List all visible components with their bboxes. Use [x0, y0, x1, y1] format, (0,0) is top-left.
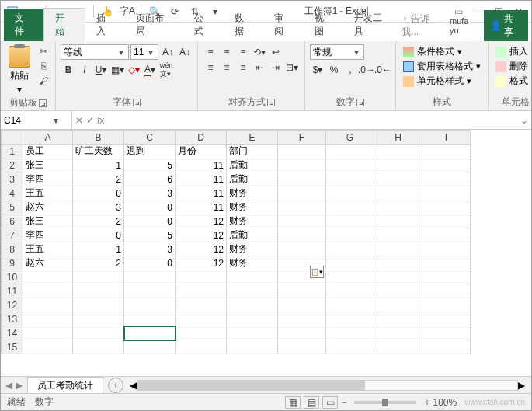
col-header-I[interactable]: I: [422, 131, 471, 145]
cell[interactable]: [23, 270, 73, 284]
paste-options-icon[interactable]: 📋▾: [310, 266, 324, 278]
cell[interactable]: [422, 172, 471, 186]
cell[interactable]: [176, 270, 227, 284]
conditional-formatting-button[interactable]: 条件格式▾: [401, 44, 483, 59]
cell[interactable]: [374, 340, 422, 354]
row-header[interactable]: 11: [2, 284, 23, 298]
cell[interactable]: [422, 200, 471, 214]
cell[interactable]: [326, 214, 374, 228]
formula-input[interactable]: [112, 115, 513, 126]
orientation-icon[interactable]: ⟲▾: [252, 44, 267, 60]
share-button[interactable]: 👤共享: [484, 10, 528, 41]
cut-icon[interactable]: ✂: [37, 44, 50, 58]
copy-icon[interactable]: ⎘: [37, 59, 50, 73]
cell[interactable]: [326, 270, 374, 284]
format-as-table-button[interactable]: 套用表格格式▾: [401, 59, 483, 74]
cell[interactable]: [374, 158, 422, 172]
tab-insert[interactable]: 插入: [85, 9, 125, 41]
fill-color-button[interactable]: ◇▾: [126, 62, 141, 78]
cell[interactable]: [374, 186, 422, 200]
decrease-indent-icon[interactable]: ⇤: [252, 60, 267, 75]
zoom-out-icon[interactable]: −: [341, 397, 346, 408]
cell[interactable]: [422, 145, 471, 158]
cell[interactable]: [374, 256, 422, 270]
tab-formulas[interactable]: 公式: [183, 9, 223, 41]
cell[interactable]: [23, 326, 73, 340]
cell[interactable]: [176, 326, 227, 340]
cell[interactable]: 后勤: [227, 172, 278, 186]
cell[interactable]: 2: [73, 172, 124, 186]
col-header-B[interactable]: B: [73, 131, 124, 145]
sheet-tab-active[interactable]: 员工考勤统计: [27, 377, 103, 394]
cell[interactable]: 1: [73, 242, 124, 256]
tab-file[interactable]: 文件: [4, 9, 43, 41]
cell[interactable]: [374, 298, 422, 312]
align-bottom-icon[interactable]: ≡: [235, 44, 251, 60]
col-header-A[interactable]: A: [23, 131, 73, 145]
row-header[interactable]: 6: [2, 214, 23, 228]
tab-developer[interactable]: 开发工具: [343, 9, 402, 41]
decrease-font-icon[interactable]: A↓: [177, 44, 193, 60]
number-launcher[interactable]: [356, 99, 364, 106]
cell[interactable]: 0: [124, 214, 176, 228]
cell[interactable]: 王五: [23, 242, 73, 256]
row-header[interactable]: 4: [2, 186, 23, 200]
cell[interactable]: [278, 145, 326, 158]
cell[interactable]: 财务: [227, 186, 278, 200]
cancel-formula-icon[interactable]: ✕: [75, 115, 83, 126]
cell[interactable]: [374, 312, 422, 326]
cell[interactable]: 5: [124, 228, 176, 242]
italic-button[interactable]: I: [77, 62, 92, 78]
cell[interactable]: 月份: [176, 145, 227, 158]
cell[interactable]: [326, 228, 374, 242]
cell[interactable]: [73, 340, 124, 354]
cell[interactable]: [73, 270, 124, 284]
active-cell[interactable]: [124, 326, 176, 340]
expand-formula-bar-icon[interactable]: ⌄: [517, 111, 531, 129]
align-center-icon[interactable]: ≡: [219, 60, 235, 75]
tab-data[interactable]: 数据: [224, 9, 263, 41]
cell[interactable]: [73, 284, 124, 298]
increase-decimal-icon[interactable]: .0→: [359, 62, 374, 78]
cell-styles-button[interactable]: 单元格样式▾: [401, 74, 483, 89]
align-top-icon[interactable]: ≡: [203, 44, 218, 60]
cell[interactable]: 李四: [23, 172, 73, 186]
tab-review[interactable]: 审阅: [263, 9, 303, 41]
cell[interactable]: [73, 326, 124, 340]
comma-format-icon[interactable]: ,: [342, 62, 358, 78]
cell[interactable]: 2: [73, 256, 124, 270]
cell[interactable]: 12: [176, 242, 227, 256]
cell[interactable]: [278, 242, 326, 256]
delete-cells-button[interactable]: 删除▾: [493, 59, 532, 74]
cell[interactable]: [278, 186, 326, 200]
cell[interactable]: 后勤: [227, 228, 278, 242]
phonetic-button[interactable]: wén文▾: [158, 62, 174, 78]
cell[interactable]: 财务: [227, 214, 278, 228]
cell[interactable]: 部门: [227, 145, 278, 158]
cell[interactable]: 1: [73, 158, 124, 172]
cell[interactable]: [374, 326, 422, 340]
cell[interactable]: 财务: [227, 200, 278, 214]
cell[interactable]: [176, 312, 227, 326]
cell[interactable]: [278, 214, 326, 228]
cell[interactable]: [278, 326, 326, 340]
cell[interactable]: [422, 186, 471, 200]
increase-indent-icon[interactable]: ⇥: [268, 60, 283, 75]
cell[interactable]: 6: [124, 172, 176, 186]
zoom-slider[interactable]: [354, 401, 416, 404]
cell[interactable]: [422, 256, 471, 270]
cell[interactable]: 11: [176, 158, 227, 172]
select-all-corner[interactable]: [2, 131, 23, 145]
cell[interactable]: [124, 270, 176, 284]
cell[interactable]: 0: [124, 200, 176, 214]
cell[interactable]: [326, 340, 374, 354]
normal-view-icon[interactable]: ▦: [285, 396, 301, 409]
cell[interactable]: 财务: [227, 242, 278, 256]
cell[interactable]: 王五: [23, 186, 73, 200]
cell[interactable]: [422, 228, 471, 242]
fx-icon[interactable]: fx: [97, 115, 104, 126]
row-header[interactable]: 9: [2, 256, 23, 270]
cell[interactable]: 11: [176, 186, 227, 200]
format-painter-icon[interactable]: 🖌: [37, 74, 50, 88]
cell[interactable]: [326, 256, 374, 270]
